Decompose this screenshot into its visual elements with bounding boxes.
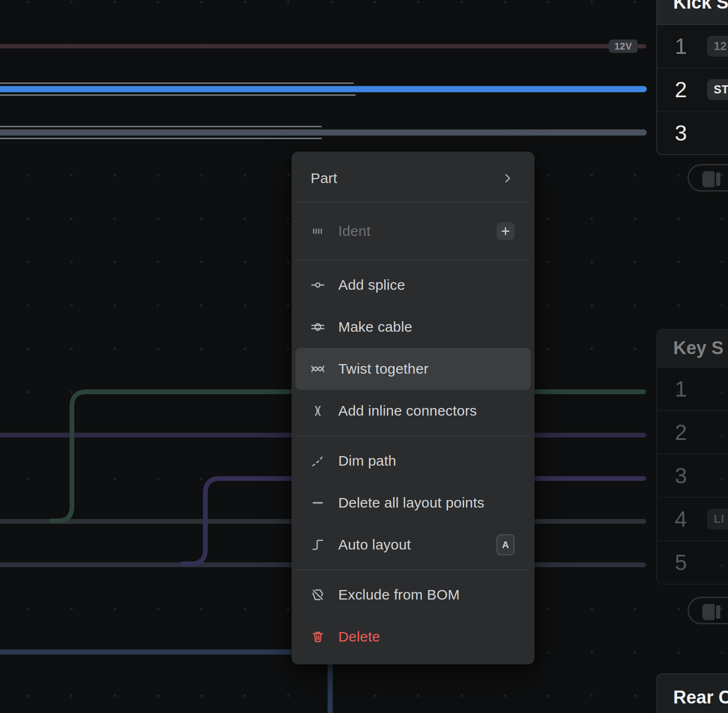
add-inline-connectors-icon: [311, 404, 325, 418]
pin-number: 5: [671, 550, 690, 575]
pin-row-2[interactable]: 2ST: [657, 68, 728, 112]
menu-item-label: Delete all layout points: [338, 495, 485, 511]
exclude-bom-icon: [311, 588, 325, 602]
menu-divider: [295, 570, 531, 570]
wire-net-label-12v[interactable]: 12V: [609, 40, 637, 53]
connector-panel-rear-title: Rear C: [673, 687, 728, 708]
menu-item-ident[interactable]: Ident: [295, 206, 531, 256]
pin-row-5[interactable]: 5: [657, 541, 728, 584]
connector-panel-key-title: Key S: [673, 338, 724, 358]
pin-row-4[interactable]: 4LI: [657, 498, 728, 541]
menu-item-label: Ident: [338, 223, 371, 239]
menu-item-twist-together[interactable]: Twist together: [295, 348, 531, 390]
menu-item-label: Auto layout: [338, 537, 411, 553]
context-menu: PartIdentAdd spliceMake cableTwist toget…: [292, 152, 535, 664]
delete-icon: [311, 630, 325, 644]
connector-panel-kick-title: Kick S: [673, 0, 728, 13]
make-cable-icon: [311, 320, 325, 334]
connector-panel-rear[interactable]: Rear C: [657, 673, 728, 713]
menu-divider: [295, 260, 531, 260]
menu-item-dim-path[interactable]: Dim path: [295, 440, 531, 482]
menu-item-make-cable[interactable]: Make cable: [295, 306, 531, 348]
pin-row-3[interactable]: 3: [657, 454, 728, 498]
add-splice-icon: [311, 278, 325, 292]
pin-row-1[interactable]: 1: [657, 367, 728, 411]
dim-path-icon: [311, 454, 325, 468]
delete-layout-points-icon: [311, 496, 325, 510]
ident-icon: [311, 224, 325, 238]
connector-body-icon: [702, 604, 715, 620]
menu-item-label: Add splice: [338, 277, 405, 293]
connector-panel-key-switch[interactable]: Key S 1234LI5: [657, 329, 728, 584]
pin-row-1[interactable]: 112: [657, 25, 728, 68]
menu-item-delete[interactable]: Delete: [295, 616, 531, 658]
connector-tab-icon: [716, 605, 720, 619]
pin-row-2[interactable]: 2: [657, 411, 728, 454]
menu-item-exclude-from-bom[interactable]: Exclude from BOM: [295, 574, 531, 616]
connector-panel-kick-title-row: Kick S: [657, 0, 728, 25]
pin-number: 4: [671, 506, 690, 532]
menu-item-label: Make cable: [338, 319, 412, 335]
menu-item-part[interactable]: Part: [295, 158, 531, 198]
harness-canvas[interactable]: 12V Kick S 1122ST3 Key S 1234LI5 Rear C …: [0, 0, 728, 713]
menu-item-label: Dim path: [338, 453, 396, 469]
menu-item-label: Twist together: [338, 361, 429, 377]
pin-number: 2: [671, 419, 690, 445]
connector-panel-kick-switch[interactable]: Kick S 1122ST3: [657, 0, 728, 155]
pin-net-badge: ST: [707, 79, 728, 100]
connector-body-icon: [702, 171, 715, 187]
connector-panel-key-title-row: Key S: [657, 329, 728, 367]
inline-connector-symbol-top[interactable]: [688, 164, 728, 192]
pin-number: 3: [671, 120, 690, 146]
add-ident-button[interactable]: [496, 222, 515, 240]
connector-tab-icon: [716, 173, 720, 186]
shortcut-key-badge: A: [496, 534, 515, 555]
chevron-right-icon: [500, 171, 515, 185]
pin-number: 3: [671, 463, 690, 489]
menu-item-auto-layout[interactable]: Auto layoutA: [295, 524, 531, 566]
pin-row-3[interactable]: 3: [657, 112, 728, 154]
menu-item-delete-all-layout-points[interactable]: Delete all layout points: [295, 482, 531, 524]
menu-item-label: Part: [311, 170, 337, 186]
menu-item-label: Delete: [338, 629, 380, 645]
rear-wire-navy[interactable]: [0, 652, 330, 713]
pin-number: 1: [671, 376, 690, 402]
menu-item-label: Exclude from BOM: [338, 587, 460, 603]
pin-net-badge: LI: [707, 509, 728, 530]
inline-connector-symbol-bottom[interactable]: [688, 597, 728, 624]
pin-number: 2: [671, 77, 690, 102]
pin-net-badge: 12: [707, 36, 728, 57]
auto-layout-icon: [311, 538, 325, 552]
menu-item-add-splice[interactable]: Add splice: [295, 264, 531, 306]
menu-item-add-inline-connectors[interactable]: Add inline connectors: [295, 390, 531, 432]
menu-divider: [295, 436, 531, 436]
menu-divider: [295, 202, 531, 203]
menu-item-label: Add inline connectors: [338, 403, 477, 419]
twist-together-icon: [311, 362, 325, 376]
pin-number: 1: [671, 33, 690, 59]
plus-icon: [499, 225, 512, 237]
